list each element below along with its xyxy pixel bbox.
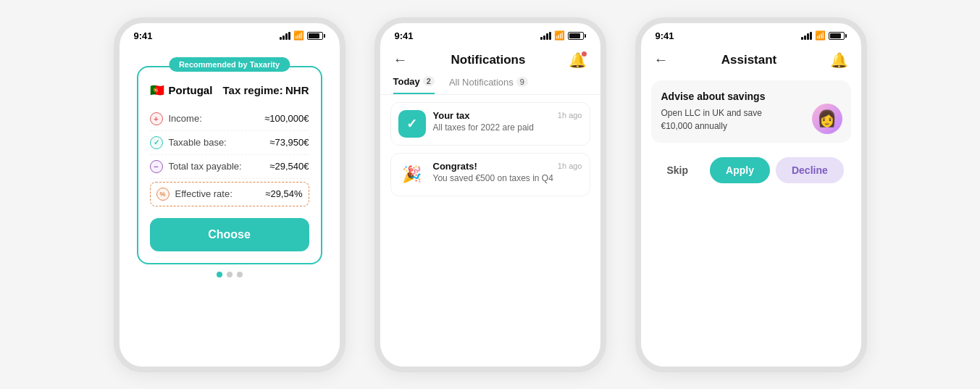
action-row: Skip Apply Decline — [641, 150, 861, 183]
country-name: 🇵🇹 Portugal — [150, 83, 213, 97]
wifi-icon-1: 📶 — [293, 30, 304, 41]
notif-content-1: Your tax 1h ago All taxes for 2022 are p… — [433, 110, 582, 138]
income-row: + Income: ≈100,000€ — [150, 107, 309, 131]
country-text: Portugal — [169, 84, 213, 96]
portugal-card: Recommended by Taxarity 🇵🇹 Portugal Tax … — [137, 66, 322, 264]
pagination-dots — [217, 272, 243, 277]
status-icons-2: 📶 — [540, 30, 586, 41]
back-button-2[interactable]: ← — [393, 51, 408, 68]
status-icons-1: 📶 — [280, 30, 325, 41]
status-bar-2: 9:41 📶 — [380, 23, 600, 46]
check-icon: ✓ — [150, 136, 163, 149]
status-bar-3: 9:41 📶 — [641, 23, 861, 46]
phone-3: 9:41 📶 ← Assistant 🔔 Advise about s — [635, 17, 867, 372]
signal-icon-1 — [280, 32, 290, 40]
notifications-title: Notifications — [451, 53, 526, 67]
notification-2: 🎉 Congrats! 1h ago You saved €500 on tax… — [390, 153, 590, 196]
decline-button[interactable]: Decline — [776, 157, 844, 183]
status-icons-3: 📶 — [801, 30, 847, 41]
time-1: 9:41 — [134, 30, 153, 41]
time-3: 9:41 — [656, 30, 674, 41]
flag-icon: 🇵🇹 — [150, 83, 164, 97]
phone2-screen: ← Notifications 🔔 Today 2 All Notificati… — [380, 46, 600, 367]
back-button-3[interactable]: ← — [654, 51, 669, 68]
recommended-badge: Recommended by Taxarity — [169, 57, 290, 72]
skip-button[interactable]: Skip — [651, 157, 705, 183]
notification-1: ✓ Your tax 1h ago All taxes for 2022 are… — [390, 102, 590, 146]
assistant-card-desc: Open LLC in UK and save €10,000 annually — [661, 106, 787, 133]
battery-icon-3 — [829, 32, 847, 40]
plus-icon: + — [150, 112, 163, 125]
dot-1 — [217, 272, 222, 277]
choose-button[interactable]: Choose — [150, 218, 309, 251]
bell-icon-3[interactable]: 🔔 — [830, 51, 848, 69]
status-bar-1: 9:41 📶 — [120, 23, 340, 46]
notif-check-icon: ✓ — [398, 110, 426, 138]
percent-icon: % — [156, 188, 169, 201]
notif-content-2: Congrats! 1h ago You saved €500 on taxes… — [433, 161, 582, 188]
minus-icon: − — [150, 160, 163, 173]
dot-2 — [227, 272, 233, 277]
phone-1: 9:41 📶 Recommended by Taxarity — [114, 17, 345, 372]
signal-icon-3 — [801, 32, 812, 40]
bell-icon-2[interactable]: 🔔 — [569, 51, 587, 69]
apply-button[interactable]: Apply — [710, 157, 770, 183]
battery-icon-1 — [307, 32, 325, 40]
time-2: 9:41 — [395, 30, 414, 41]
assistant-avatar: 👩 — [812, 104, 842, 134]
nav-bar-2: ← Notifications 🔔 — [380, 46, 600, 73]
tab-all-notifications[interactable]: All Notifications 9 — [449, 76, 528, 94]
phone-2: 9:41 📶 ← Notifications 🔔 — [374, 17, 606, 372]
total-tax-row: − Total tax payable: ≈29,540€ — [150, 155, 309, 179]
card-header: 🇵🇹 Portugal Tax regime: NHR — [150, 83, 309, 97]
signal-icon-2 — [540, 32, 551, 40]
tax-regime: Tax regime: NHR — [223, 84, 309, 96]
phone1-screen: Recommended by Taxarity 🇵🇹 Portugal Tax … — [120, 46, 340, 367]
notifications-list: ✓ Your tax 1h ago All taxes for 2022 are… — [380, 95, 600, 367]
tabs-row: Today 2 All Notifications 9 — [380, 73, 600, 95]
assistant-title: Assistant — [721, 53, 777, 67]
phone3-screen: ← Assistant 🔔 Advise about savings Open … — [641, 46, 861, 367]
assistant-card-title: Advise about savings — [661, 91, 841, 102]
wifi-icon-3: 📶 — [815, 30, 826, 41]
notif-emoji-icon: 🎉 — [398, 161, 426, 188]
nav-bar-3: ← Assistant 🔔 — [641, 46, 861, 73]
dot-3 — [237, 272, 243, 277]
bell-dot — [582, 51, 587, 57]
assistant-card: Advise about savings Open LLC in UK and … — [651, 80, 851, 143]
wifi-icon-2: 📶 — [554, 30, 565, 41]
battery-icon-2 — [568, 32, 586, 40]
tab-today[interactable]: Today 2 — [393, 76, 435, 94]
effective-rate-row: % Effective rate: ≈29,54% — [150, 182, 309, 206]
taxable-base-row: ✓ Taxable base: ≈73,950€ — [150, 131, 309, 155]
